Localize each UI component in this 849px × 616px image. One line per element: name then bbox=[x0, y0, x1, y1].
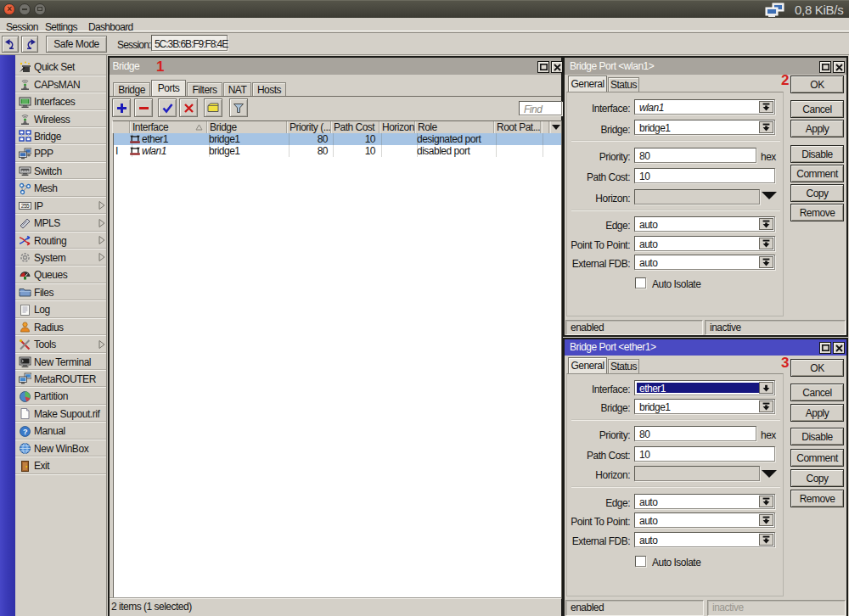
svg-text:?: ? bbox=[23, 428, 27, 436]
svg-text:255: 255 bbox=[21, 203, 30, 209]
